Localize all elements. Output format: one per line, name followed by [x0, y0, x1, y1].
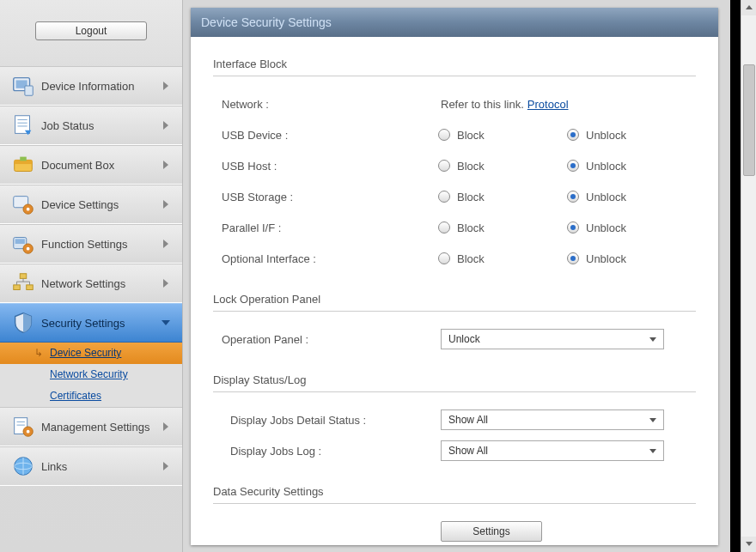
- svg-point-12: [27, 208, 30, 211]
- radio-icon: [567, 160, 579, 172]
- usb-device-label: USB Device :: [213, 129, 438, 142]
- parallel-if-block[interactable]: Block: [438, 221, 567, 234]
- logout-button[interactable]: Logout: [35, 21, 147, 40]
- svg-rect-17: [20, 274, 27, 279]
- sidebar-item-label: Device Information: [41, 80, 162, 93]
- radio-icon: [438, 160, 450, 172]
- shield-icon: [10, 310, 36, 336]
- chevron-right-icon: [162, 462, 170, 470]
- sidebar-item-management-settings[interactable]: Management Settings: [0, 407, 182, 446]
- sidebar: Logout Device Information Job Status: [0, 0, 183, 552]
- operation-panel-select[interactable]: Unlock: [441, 329, 664, 349]
- optional-interface-label: Optional Interface :: [213, 252, 438, 265]
- sidebar-item-label: Network Settings: [41, 277, 162, 290]
- submenu-network-security[interactable]: Network Security: [0, 364, 182, 385]
- radio-icon: [567, 191, 579, 203]
- usb-storage-unblock[interactable]: Unblock: [567, 191, 696, 203]
- chevron-down-icon: [162, 318, 170, 327]
- sidebar-item-label: Device Settings: [41, 198, 162, 211]
- chevron-right-icon: [162, 422, 170, 431]
- chevron-right-icon: [162, 240, 170, 248]
- svg-point-16: [27, 247, 30, 251]
- document-box-icon: [10, 152, 36, 178]
- usb-storage-block[interactable]: Block: [438, 191, 567, 203]
- usb-device-block[interactable]: Block: [438, 129, 567, 142]
- security-submenu: Device Security Network Security Certifi…: [0, 343, 182, 407]
- display-jobs-log-select[interactable]: Show All: [441, 440, 664, 461]
- vertical-scrollbar[interactable]: [741, 0, 756, 552]
- radio-icon: [567, 129, 579, 141]
- svg-point-28: [27, 430, 30, 434]
- sidebar-item-network-settings[interactable]: Network Settings: [0, 264, 182, 303]
- job-status-icon: [10, 112, 36, 138]
- radio-icon: [567, 252, 579, 264]
- chevron-right-icon: [162, 121, 170, 130]
- radio-icon: [567, 221, 579, 234]
- panel-title: Device Security Settings: [191, 8, 718, 37]
- svg-rect-2: [25, 86, 33, 95]
- settings-button[interactable]: Settings: [441, 521, 542, 542]
- sidebar-item-links[interactable]: Links: [0, 446, 182, 486]
- network-text: Refer to this link.: [441, 98, 524, 111]
- operation-panel-label: Operation Panel :: [213, 333, 441, 346]
- device-info-icon: [10, 73, 36, 99]
- submenu-certificates[interactable]: Certificates: [0, 385, 182, 407]
- sidebar-item-label: Job Status: [41, 119, 162, 132]
- radio-icon: [438, 252, 450, 264]
- content-area: Device Security Settings Interface Block…: [183, 0, 730, 552]
- sidebar-item-function-settings[interactable]: Function Settings: [0, 224, 182, 264]
- device-settings-icon: [10, 191, 36, 217]
- globe-icon: [10, 453, 36, 479]
- scroll-down-button[interactable]: [741, 537, 756, 552]
- svg-rect-9: [20, 157, 27, 161]
- display-jobs-detail-label: Display Jobs Detail Status :: [213, 414, 441, 427]
- section-display-status-log: Display Status/Log: [213, 373, 696, 392]
- network-label: Network :: [213, 98, 441, 111]
- protocol-link[interactable]: Protocol: [527, 98, 569, 111]
- sidebar-item-job-status[interactable]: Job Status: [0, 106, 182, 145]
- usb-host-label: USB Host :: [213, 160, 438, 173]
- submenu-device-security[interactable]: Device Security: [0, 343, 182, 364]
- sidebar-item-security-settings[interactable]: Security Settings: [0, 303, 182, 343]
- parallel-if-unblock[interactable]: Unblock: [567, 221, 696, 234]
- optional-interface-unblock[interactable]: Unblock: [567, 252, 696, 265]
- management-settings-icon: [10, 414, 36, 440]
- chevron-right-icon: [162, 279, 170, 288]
- usb-host-block[interactable]: Block: [438, 160, 567, 173]
- sidebar-item-label: Management Settings: [41, 421, 162, 434]
- svg-rect-18: [14, 285, 21, 290]
- function-settings-icon: [10, 231, 36, 257]
- sidebar-item-label: Links: [41, 460, 162, 473]
- network-settings-icon: [10, 270, 36, 296]
- optional-interface-block[interactable]: Block: [438, 252, 567, 265]
- chevron-right-icon: [162, 200, 170, 209]
- sidebar-item-label: Function Settings: [41, 238, 162, 251]
- chevron-right-icon: [162, 82, 170, 90]
- display-jobs-log-label: Display Jobs Log :: [213, 445, 441, 458]
- section-lock-operation-panel: Lock Operation Panel: [213, 293, 696, 312]
- radio-icon: [438, 191, 450, 203]
- svg-rect-14: [15, 239, 25, 244]
- svg-rect-19: [27, 285, 34, 290]
- sidebar-item-label: Security Settings: [41, 317, 162, 330]
- scroll-thumb[interactable]: [743, 64, 755, 176]
- section-interface-block: Interface Block: [213, 58, 696, 76]
- sidebar-item-device-information[interactable]: Device Information: [0, 66, 182, 106]
- usb-device-unblock[interactable]: Unblock: [567, 129, 696, 142]
- radio-icon: [438, 221, 450, 234]
- section-data-security: Data Security Settings: [213, 485, 696, 504]
- chevron-right-icon: [162, 161, 170, 169]
- radio-icon: [438, 129, 450, 141]
- display-jobs-detail-select[interactable]: Show All: [441, 409, 664, 430]
- scroll-up-button[interactable]: [741, 0, 756, 15]
- parallel-if-label: Parallel I/F :: [213, 221, 438, 234]
- usb-host-unblock[interactable]: Unblock: [567, 160, 696, 173]
- usb-storage-label: USB Storage :: [213, 191, 438, 203]
- sidebar-item-label: Document Box: [41, 159, 162, 172]
- sidebar-item-document-box[interactable]: Document Box: [0, 145, 182, 185]
- sidebar-item-device-settings[interactable]: Device Settings: [0, 185, 182, 224]
